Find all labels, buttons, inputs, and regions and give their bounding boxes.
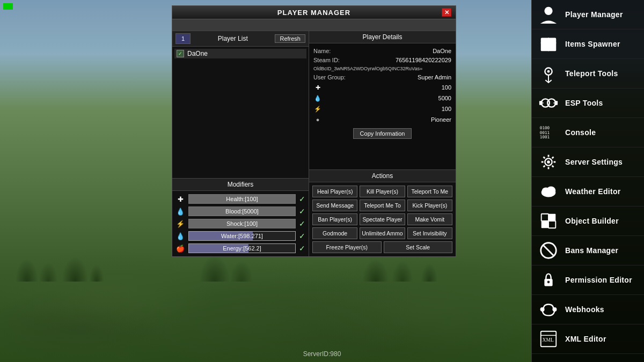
teleport-tools-icon: [538, 63, 559, 84]
action-row-2: Send Message Teleport Me To Kick Player(…: [312, 200, 452, 211]
pd-pioneer-icon: ●: [313, 115, 322, 124]
player-list-header: 1 Player List Refresh: [172, 31, 309, 47]
svg-line-16: [552, 166, 554, 167]
svg-point-14: [547, 160, 550, 164]
server-settings-icon: [538, 152, 559, 172]
svg-point-25: [546, 187, 555, 195]
shock-icon: ⚡: [175, 219, 185, 228]
items-spawner-label: Items Spawner: [565, 40, 620, 48]
webhooks-icon: [538, 299, 559, 320]
svg-line-22: [552, 157, 554, 159]
modifier-water: 💧 Water:[598.271] ✓: [175, 231, 305, 241]
water-bar: Water:[598.271]: [188, 231, 296, 241]
action-row-4: Godmode Unlimited Ammo Set Invisibility: [312, 227, 452, 239]
stat-blood: 💧 5000: [313, 94, 451, 102]
sidebar-item-bans-manager[interactable]: Bans Manager: [532, 236, 644, 265]
object-builder-icon: [538, 211, 559, 231]
modifier-energy: 🍎 Energy:[562.2] ✓: [175, 243, 305, 253]
sidebar-item-weather-editor[interactable]: Weather Editor: [532, 177, 644, 206]
detail-old-id: OldBcID_3wNR5A2WDOyrwlOgb5QINC32RuVas=: [313, 66, 451, 71]
items-spawner-icon: [538, 34, 559, 54]
teleport-me-to-button[interactable]: Teleport Me To: [360, 200, 405, 211]
actions-header: Actions: [309, 170, 456, 182]
energy-bar: Energy:[562.2]: [188, 243, 296, 253]
detail-steam-id: Steam ID: 76561198420222029: [313, 57, 451, 63]
unlimited-ammo-button[interactable]: Unlimited Ammo: [360, 227, 405, 239]
svg-rect-26: [541, 214, 548, 221]
detail-name: Name: DaOne: [313, 48, 451, 54]
permission-editor-label: Permission Editor: [565, 276, 632, 284]
weather-editor-label: Weather Editor: [565, 187, 621, 196]
refresh-button[interactable]: Refresh: [275, 34, 305, 43]
sidebar-item-player-manager[interactable]: Player Manager: [532, 0, 644, 29]
ban-players-button[interactable]: Ban Player(s): [312, 213, 357, 225]
pd-health-icon: ✚: [313, 83, 322, 92]
player-count: 1: [175, 33, 191, 44]
action-row-3: Ban Player(s) Spectate Player Make Vomit: [312, 213, 452, 225]
heal-players-button[interactable]: Heal Player(s): [312, 186, 357, 197]
freeze-players-button[interactable]: Freeze Player(s): [312, 241, 382, 253]
sidebar-item-object-builder[interactable]: Object Builder: [532, 206, 644, 236]
modifiers-section: Modifiers ✚ Health:[100] ✓: [172, 178, 309, 256]
spectate-player-button[interactable]: Spectate Player: [360, 213, 405, 225]
set-scale-button[interactable]: Set Scale: [384, 241, 453, 253]
dialog-title: PLAYER MANAGER: [186, 9, 442, 17]
health-bar: Health:[100]: [188, 194, 296, 204]
esp-tools-label: ESP Tools: [565, 99, 603, 107]
sidebar-item-console[interactable]: 010000111001Console: [532, 118, 644, 147]
send-message-button[interactable]: Send Message: [312, 200, 357, 211]
pd-blood-icon: 💧: [313, 94, 322, 102]
server-settings-label: Server Settings: [565, 158, 623, 166]
player-manager-icon: [538, 4, 559, 25]
close-button[interactable]: ✕: [442, 8, 451, 17]
sidebar-item-items-spawner[interactable]: Items Spawner: [532, 29, 644, 59]
sidebar-item-server-settings[interactable]: Server Settings: [532, 147, 644, 177]
sidebar-item-teleport-tools[interactable]: Teleport Tools: [532, 59, 644, 88]
svg-text:1001: 1001: [540, 135, 550, 139]
actions-content: Heal Player(s) Kill Player(s) Teleport T…: [309, 182, 456, 256]
sidebar: Player ManagerItems SpawnerTeleport Tool…: [531, 0, 644, 362]
shock-value: Shock:[100]: [226, 220, 258, 227]
actions-section: Actions Heal Player(s) Kill Player(s) Te…: [309, 169, 456, 256]
energy-check: ✓: [299, 244, 305, 253]
godmode-button[interactable]: Godmode: [312, 227, 357, 239]
svg-point-3: [547, 70, 550, 73]
svg-point-35: [553, 308, 557, 311]
blood-check: ✓: [299, 207, 305, 216]
make-vomit-button[interactable]: Make Vomit: [407, 213, 452, 225]
water-value: Water:[598.271]: [221, 233, 263, 239]
esp-tools-icon: [538, 93, 559, 113]
webhooks-label: Webhooks: [565, 305, 604, 314]
sidebar-item-permission-editor[interactable]: Permission Editor: [532, 265, 644, 295]
sidebar-item-webhooks[interactable]: Webhooks: [532, 295, 644, 324]
kick-players-button[interactable]: Kick Player(s): [407, 200, 452, 211]
pd-blood-val: 5000: [438, 95, 451, 101]
teleport-to-me-button[interactable]: Teleport To Me: [407, 186, 452, 197]
svg-rect-29: [548, 221, 555, 228]
svg-line-18: [544, 166, 545, 167]
energy-value: Energy:[562.2]: [223, 245, 261, 252]
svg-line-31: [543, 245, 554, 256]
player-manager-label: Player Manager: [565, 10, 623, 19]
teleport-tools-label: Teleport Tools: [565, 69, 618, 78]
list-item[interactable]: ✓ DaOne: [174, 49, 306, 58]
set-invisibility-button[interactable]: Set Invisibility: [407, 227, 452, 239]
water-check: ✓: [299, 232, 305, 240]
player-name: DaOne: [187, 50, 208, 57]
status-indicator: [3, 3, 13, 10]
dialog-body: 1 Player List Refresh ✓ DaOne Modifiers …: [172, 31, 456, 256]
pd-shock-icon: ⚡: [313, 105, 322, 113]
sidebar-item-xml-editor[interactable]: XMLXML Editor: [532, 324, 644, 354]
copy-information-button[interactable]: Copy Information: [353, 128, 412, 139]
search-input[interactable]: [172, 19, 456, 31]
sidebar-item-esp-tools[interactable]: ESP Tools: [532, 88, 644, 118]
stat-pioneer: ● Pioneer: [313, 115, 451, 124]
player-checkbox[interactable]: ✓: [177, 50, 184, 57]
kill-players-button[interactable]: Kill Player(s): [360, 186, 405, 197]
bans-manager-icon: [538, 240, 559, 261]
health-icon: ✚: [175, 194, 185, 204]
weather-editor-icon: [538, 181, 559, 202]
search-bar[interactable]: [172, 19, 456, 31]
modifier-health: ✚ Health:[100] ✓: [175, 194, 305, 204]
bans-manager-label: Bans Manager: [565, 246, 618, 255]
